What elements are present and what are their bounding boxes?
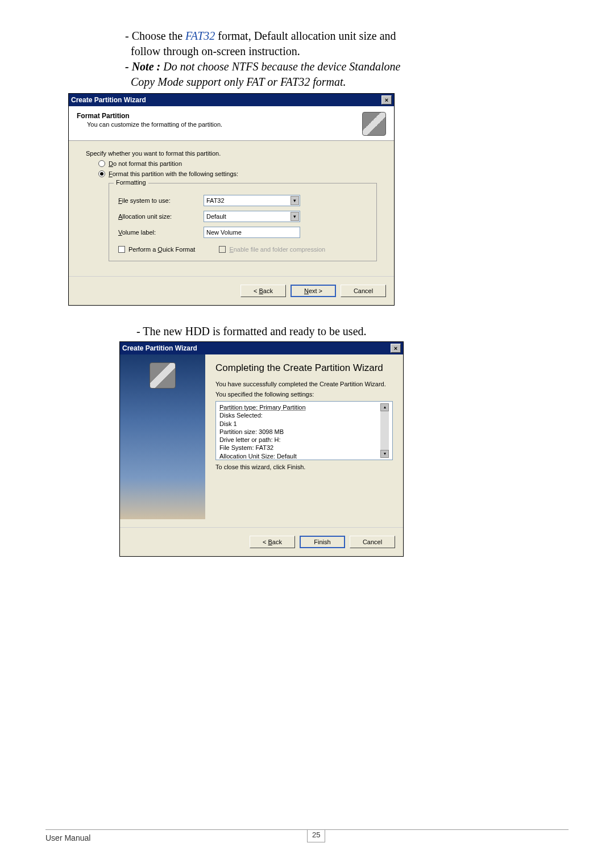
dialog1-title: Create Partition Wizard (71, 96, 146, 104)
allocation-unit-label: Allocation unit size: (118, 213, 204, 220)
completing-wizard-dialog: Create Partition Wizard × Completing the… (119, 341, 404, 557)
chevron-down-icon[interactable] (291, 196, 299, 205)
chevron-down-icon[interactable] (291, 212, 299, 221)
quick-format-checkbox[interactable] (118, 246, 125, 253)
page-number: 25 (307, 829, 325, 842)
volume-label-input[interactable]: New Volume (204, 227, 300, 238)
enable-compression-label: Enable file and folder compression (229, 246, 325, 253)
back-button[interactable]: < Back (250, 536, 295, 548)
close-icon[interactable]: × (391, 344, 401, 353)
disk-icon (150, 362, 176, 389)
volume-label-label: Volume label: (118, 229, 204, 236)
allocation-unit-select[interactable]: Default (204, 211, 300, 222)
radio-icon (98, 160, 105, 167)
groupbox-label: Formatting (114, 179, 148, 186)
close-icon[interactable]: × (381, 95, 392, 105)
summary-line: Partition type: Primary Partition (219, 403, 380, 411)
format-partition-dialog: Create Partition Wizard × Format Partiti… (68, 93, 395, 306)
dialog1-header: Format Partition You can customize the f… (69, 106, 394, 141)
cancel-button[interactable]: Cancel (350, 536, 395, 548)
file-system-label: File system to use: (118, 197, 204, 204)
summary-scrollbar[interactable]: ▴ ▾ (380, 403, 389, 458)
summary-line: Partition size: 3098 MB (219, 428, 380, 436)
next-button[interactable]: Next > (291, 285, 336, 297)
summary-line: File System: FAT32 (219, 444, 380, 452)
enable-compression-checkbox (219, 246, 226, 253)
fat32-term: FAT32 (185, 30, 215, 42)
summary-line: Disks Selected: (219, 411, 380, 419)
completing-heading: Completing the Create Partition Wizard (215, 362, 393, 374)
finish-button[interactable]: Finish (300, 536, 345, 548)
settings-summary-box: Partition type: Primary Partition Disks … (215, 401, 393, 460)
dialog2-title: Create Partition Wizard (122, 344, 197, 352)
summary-line: Allocation Unit Size: Default (219, 452, 380, 460)
summary-line: Drive letter or path: H: (219, 436, 380, 444)
instruction-text-2: - The new HDD is formatted and ready to … (136, 325, 569, 338)
radio-icon (98, 170, 105, 177)
quick-format-label: Perform a Quick Format (128, 246, 195, 253)
cancel-button[interactable]: Cancel (341, 285, 386, 297)
dialog2-titlebar: Create Partition Wizard × (120, 342, 403, 354)
page-footer: User Manual 25 (45, 829, 569, 842)
back-button[interactable]: < Back (240, 285, 286, 297)
file-system-select[interactable]: FAT32 (204, 195, 300, 206)
specify-text: Specify whether you want to format this … (86, 150, 377, 157)
instruction-text-1: - Choose the FAT32 format, Default alloc… (125, 28, 569, 90)
radio-format-with-settings[interactable]: Format this partition with the following… (98, 170, 377, 177)
summary-line: Disk 1 (219, 420, 380, 428)
scroll-down-icon[interactable]: ▾ (380, 450, 389, 458)
success-text: You have successfully completed the Crea… (215, 381, 393, 387)
settings-intro: You specified the following settings: (215, 391, 393, 398)
close-instruction: To close this wizard, click Finish. (215, 464, 393, 470)
radio-do-not-format[interactable]: Do not format this partition (98, 160, 377, 167)
format-partition-subheading: You can customize the formatting of the … (87, 121, 222, 128)
footer-left: User Manual (45, 833, 307, 842)
scroll-up-icon[interactable]: ▴ (380, 403, 389, 411)
wizard-sidebar-image (120, 354, 205, 519)
formatting-groupbox: Formatting File system to use: FAT32 All… (109, 183, 377, 261)
dialog1-titlebar: Create Partition Wizard × (69, 94, 394, 106)
format-partition-heading: Format Partition (77, 112, 222, 120)
disk-icon (362, 112, 386, 136)
